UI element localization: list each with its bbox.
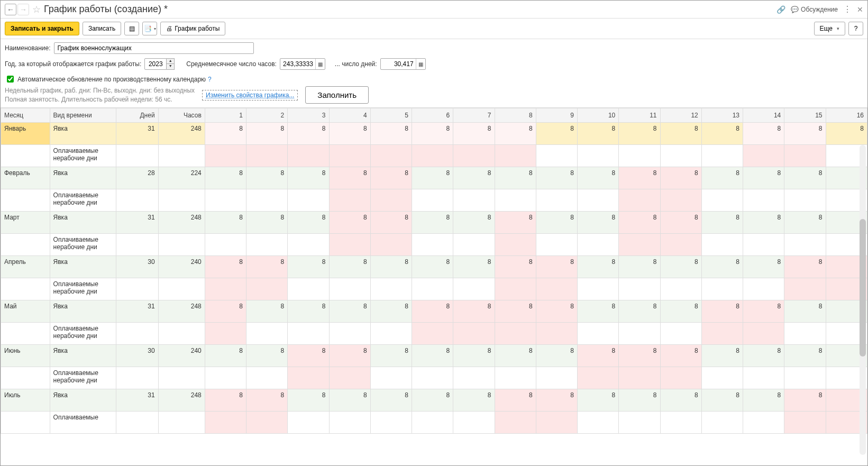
day-cell[interactable] <box>536 189 577 211</box>
day-cell[interactable] <box>288 233 329 255</box>
day-cell[interactable]: 8 <box>246 122 288 144</box>
day-cell[interactable] <box>412 278 453 300</box>
day-cell[interactable]: 8 <box>701 300 743 322</box>
day-cell[interactable]: 8 <box>205 300 246 322</box>
month-cell[interactable]: Июль <box>1 389 50 411</box>
day-cell[interactable] <box>329 189 370 211</box>
day-cell[interactable] <box>701 367 743 389</box>
day-cell[interactable]: 8 <box>453 167 495 189</box>
col-day-5[interactable]: 5 <box>370 108 412 122</box>
col-day-9[interactable]: 9 <box>536 108 577 122</box>
day-cell[interactable] <box>495 144 536 167</box>
type-cell[interactable]: Оплачиваемые нерабочие дни <box>50 233 116 255</box>
col-day-12[interactable]: 12 <box>660 108 701 122</box>
col-hours[interactable]: Часов <box>158 108 205 122</box>
hours-cell[interactable]: 248 <box>158 389 205 411</box>
day-cell[interactable] <box>412 367 453 389</box>
day-cell[interactable] <box>536 322 577 344</box>
days-cell[interactable]: 30 <box>116 344 158 367</box>
day-cell[interactable]: 8 <box>784 211 826 233</box>
days-cell[interactable]: 31 <box>116 122 158 144</box>
month-cell[interactable]: Июнь <box>1 344 50 367</box>
day-cell[interactable] <box>495 367 536 389</box>
day-cell[interactable] <box>701 278 743 300</box>
day-cell[interactable]: 8 <box>329 300 370 322</box>
col-day-6[interactable]: 6 <box>412 108 453 122</box>
day-cell[interactable] <box>660 411 701 433</box>
day-cell[interactable]: 8 <box>619 167 660 189</box>
auto-update-checkbox[interactable] <box>7 76 14 83</box>
day-cell[interactable] <box>784 144 826 167</box>
day-cell[interactable]: 8 <box>536 344 577 367</box>
day-cell[interactable]: 8 <box>412 122 453 144</box>
type-cell[interactable]: Явка <box>50 122 116 144</box>
day-cell[interactable]: 8 <box>246 344 288 367</box>
hours-cell[interactable]: 240 <box>158 344 205 367</box>
day-cell[interactable]: 8 <box>288 255 329 278</box>
copy-dropdown-button[interactable]: 📑▾ <box>142 22 157 35</box>
day-cell[interactable]: 8 <box>288 300 329 322</box>
day-cell[interactable]: 8 <box>412 389 453 411</box>
day-cell[interactable] <box>701 322 743 344</box>
day-cell[interactable] <box>288 278 329 300</box>
day-cell[interactable] <box>660 367 701 389</box>
name-input[interactable] <box>54 42 254 54</box>
day-cell[interactable]: 8 <box>412 344 453 367</box>
day-cell[interactable]: 8 <box>619 300 660 322</box>
day-cell[interactable] <box>288 367 329 389</box>
day-cell[interactable] <box>536 411 577 433</box>
col-day-2[interactable]: 2 <box>246 108 288 122</box>
day-cell[interactable] <box>495 322 536 344</box>
day-cell[interactable] <box>660 189 701 211</box>
discussion-button[interactable]: 💬 Обсуждение <box>791 6 838 13</box>
day-cell[interactable]: 8 <box>784 300 826 322</box>
col-day-3[interactable]: 3 <box>288 108 329 122</box>
day-cell[interactable] <box>495 233 536 255</box>
day-cell[interactable] <box>288 411 329 433</box>
day-cell[interactable] <box>784 233 826 255</box>
day-cell[interactable]: 8 <box>619 389 660 411</box>
month-cell[interactable]: Май <box>1 300 50 322</box>
day-cell[interactable]: 8 <box>205 344 246 367</box>
col-month[interactable]: Месяц <box>1 108 50 122</box>
day-cell[interactable]: 8 <box>412 211 453 233</box>
help-button[interactable]: ? <box>848 22 863 35</box>
day-cell[interactable] <box>743 322 784 344</box>
day-cell[interactable]: 8 <box>619 344 660 367</box>
day-cell[interactable]: 8 <box>329 167 370 189</box>
day-cell[interactable]: 8 <box>536 300 577 322</box>
day-cell[interactable]: 8 <box>743 389 784 411</box>
calculator-icon[interactable]: ▦ <box>416 59 425 69</box>
avg-hours-input[interactable] <box>280 60 315 68</box>
day-cell[interactable]: 8 <box>826 122 867 144</box>
day-cell[interactable]: 8 <box>536 211 577 233</box>
col-day-16[interactable]: 16 <box>826 108 867 122</box>
day-cell[interactable] <box>619 233 660 255</box>
day-cell[interactable] <box>701 411 743 433</box>
type-cell[interactable]: Оплачиваемые <box>50 411 116 433</box>
day-cell[interactable] <box>370 278 412 300</box>
day-cell[interactable]: 8 <box>205 389 246 411</box>
day-cell[interactable]: 8 <box>412 255 453 278</box>
col-day-14[interactable]: 14 <box>743 108 784 122</box>
day-cell[interactable] <box>701 189 743 211</box>
year-up-button[interactable]: ▲ <box>167 59 174 64</box>
print-button[interactable]: 🖨 График работы <box>160 22 225 35</box>
day-cell[interactable] <box>288 322 329 344</box>
day-cell[interactable] <box>329 367 370 389</box>
close-icon[interactable]: ✕ <box>857 5 863 14</box>
day-cell[interactable] <box>619 189 660 211</box>
day-cell[interactable] <box>246 233 288 255</box>
days-cell[interactable]: 31 <box>116 389 158 411</box>
type-cell[interactable]: Явка <box>50 211 116 233</box>
back-button[interactable]: ← <box>5 4 16 15</box>
day-cell[interactable] <box>784 367 826 389</box>
day-cell[interactable] <box>578 189 619 211</box>
day-cell[interactable]: 8 <box>743 344 784 367</box>
day-cell[interactable]: 8 <box>536 122 577 144</box>
hours-cell[interactable]: 224 <box>158 167 205 189</box>
type-cell[interactable]: Явка <box>50 344 116 367</box>
day-cell[interactable] <box>329 322 370 344</box>
day-cell[interactable] <box>743 411 784 433</box>
day-cell[interactable] <box>205 411 246 433</box>
